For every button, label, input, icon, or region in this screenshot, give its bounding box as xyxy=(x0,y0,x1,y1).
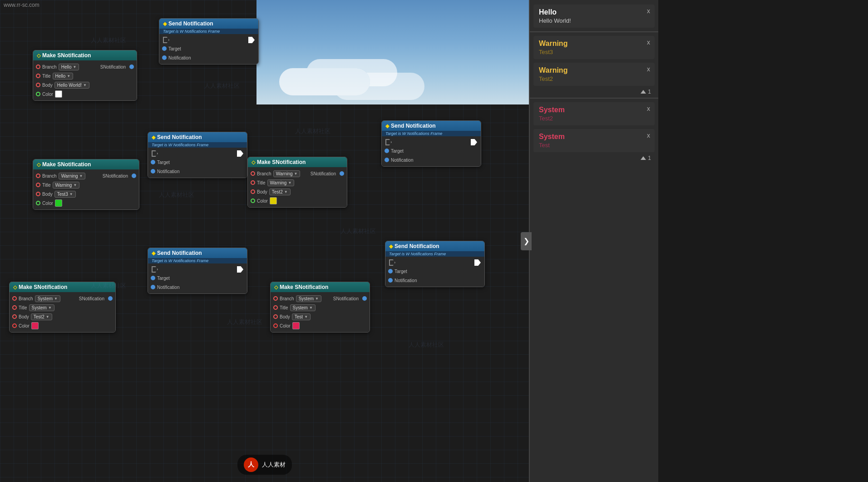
notification-panel: ❯ x Hello Hello World! x Warning Test3 x… xyxy=(529,0,658,482)
target-port xyxy=(151,276,155,280)
close-system2-button[interactable]: x xyxy=(647,105,650,112)
snotif-out-port xyxy=(129,65,134,69)
node-header: ◇ Make SNotification xyxy=(248,157,347,167)
exec-out-port xyxy=(237,150,243,157)
body-port xyxy=(251,189,255,194)
notif-warning2-title: Warning xyxy=(539,40,649,48)
branch-in-port xyxy=(36,65,40,69)
snotif-out-port xyxy=(340,171,344,176)
node-header: ◆ Send Notification xyxy=(385,241,484,251)
body-port xyxy=(36,192,40,196)
make-snotification-top: ◇ Make SNotification Branch Hello ▼ SNot… xyxy=(33,50,137,101)
notif-hello-body: Hello World! xyxy=(539,17,649,24)
node-header: ◇ Make SNotification xyxy=(33,159,139,169)
exec-out-port xyxy=(248,37,255,43)
color-port xyxy=(36,201,40,205)
section-separator-2 xyxy=(530,98,658,99)
chevron-up-icon-1 xyxy=(641,90,646,94)
notification-hello: x Hello Hello World! xyxy=(533,5,655,28)
node-header: ◇ Make SNotification xyxy=(271,282,370,292)
make-snotification-bot-left: ◇ Make SNotification Branch System ▼ SNo… xyxy=(9,282,116,333)
body-port xyxy=(12,314,17,319)
section-separator-1 xyxy=(530,31,658,32)
notif-warning1-body: Test2 xyxy=(539,75,649,82)
notification-port xyxy=(151,285,155,289)
notif-warning2-body: Test3 xyxy=(539,49,649,55)
notification-port xyxy=(162,55,167,60)
notif-system1-body: Test xyxy=(539,142,649,149)
title-port xyxy=(12,305,17,310)
color-port xyxy=(12,323,17,328)
exec-in-port xyxy=(389,259,395,266)
notif-warning1-title: Warning xyxy=(539,66,649,75)
close-warning2-button[interactable]: x xyxy=(647,39,650,46)
divider-1[interactable]: 1 xyxy=(530,88,658,96)
body-port xyxy=(36,83,40,87)
exec-in-port xyxy=(163,37,169,43)
site-label: www.rr-sc.com xyxy=(4,2,39,8)
exec-in-port xyxy=(152,150,158,157)
color-port xyxy=(273,323,278,328)
notification-port xyxy=(388,278,393,283)
color-swatch-white xyxy=(55,90,62,98)
color-swatch-pink xyxy=(31,322,39,329)
divider-2[interactable]: 1 xyxy=(530,154,658,162)
notification-warning-2: x Warning Test3 xyxy=(533,36,655,59)
notif-system1-title: System xyxy=(539,133,649,141)
branch-port xyxy=(273,296,278,301)
close-warning1-button[interactable]: x xyxy=(647,65,650,73)
node-header: ◇ Make SNotification xyxy=(10,282,115,292)
exec-out-port xyxy=(474,259,481,266)
sky-preview xyxy=(256,0,529,104)
snotif-out-port xyxy=(362,296,367,301)
close-hello-button[interactable]: x xyxy=(647,7,650,15)
panel-toggle-arrow[interactable]: ❯ xyxy=(521,232,532,250)
color-swatch-pink2 xyxy=(292,322,300,329)
color-swatch-yellow xyxy=(270,197,277,204)
title-port xyxy=(251,180,255,185)
title-port xyxy=(36,74,40,78)
color-port xyxy=(36,92,40,96)
divider1-count: 1 xyxy=(648,89,651,95)
send-notification-mid-right: ◆ Send Notification Target is W Notifica… xyxy=(381,120,481,167)
make-snotification-mid-left: ◇ Make SNotification Branch Warning ▼ SN… xyxy=(33,159,139,210)
target-port xyxy=(151,160,155,164)
make-snotification-bot-right: ◇ Make SNotification Branch System ▼ SNo… xyxy=(270,282,370,333)
color-swatch-green xyxy=(55,199,62,207)
logo-badge: 人 人人素材 xyxy=(237,455,292,475)
close-system1-button[interactable]: x xyxy=(647,132,650,139)
color-port xyxy=(251,199,255,203)
snotif-out-port xyxy=(132,174,136,178)
node-header: ◆ Send Notification xyxy=(148,248,247,258)
notification-system-2: x System Test2 xyxy=(533,102,655,125)
body-port xyxy=(273,314,278,319)
target-port xyxy=(162,46,167,51)
title-port xyxy=(36,183,40,187)
logo-text: 人人素材 xyxy=(262,461,286,469)
notification-port xyxy=(151,169,155,174)
make-snotification-mid-right: ◇ Make SNotification Branch Warning ▼ SN… xyxy=(247,157,347,208)
exec-out-port xyxy=(471,139,477,145)
send-notification-top: ◆ Send Notification Target is W Notifica… xyxy=(159,18,259,65)
exec-in-port xyxy=(152,266,158,273)
notification-system-1: x System Test xyxy=(533,129,655,152)
notif-system2-body: Test2 xyxy=(539,115,649,122)
blueprint-canvas[interactable]: www.rr-sc.com ◆ Send Notification xyxy=(0,0,529,482)
notification-port xyxy=(385,158,389,162)
notification-warning-1: x Warning Test2 xyxy=(533,63,655,86)
branch-port xyxy=(36,174,40,178)
exec-out-port xyxy=(237,266,243,273)
send-notification-bot-right: ◆ Send Notification Target is W Notifica… xyxy=(385,241,485,287)
branch-port xyxy=(12,296,17,301)
notif-hello-title: Hello xyxy=(539,8,649,16)
notif-system2-title: System xyxy=(539,106,649,114)
node-header: ◆ Send Notification xyxy=(382,121,481,131)
node-header: ◇ Make SNotification xyxy=(33,50,137,60)
send-notification-mid-left: ◆ Send Notification Target is W Notifica… xyxy=(148,132,247,178)
snotif-out-port xyxy=(108,296,113,301)
chevron-up-icon-2 xyxy=(641,156,646,160)
logo-icon: 人 xyxy=(244,457,258,472)
node-header: ◆ Send Notification xyxy=(148,132,247,142)
divider2-count: 1 xyxy=(648,155,651,161)
branch-port xyxy=(251,171,255,176)
